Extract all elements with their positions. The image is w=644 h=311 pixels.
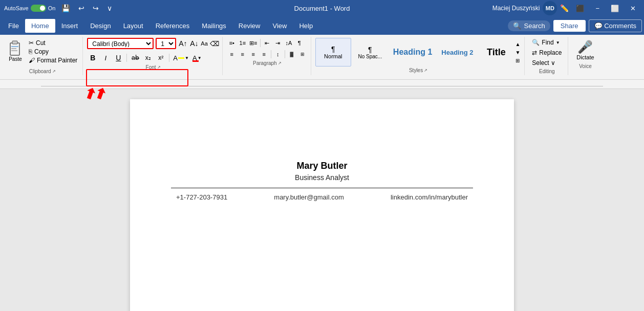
highlight-icon: A xyxy=(173,54,178,62)
paragraph-label: Paragraph ↗ xyxy=(253,59,282,66)
editing-label: Editing xyxy=(539,68,555,74)
menu-item-references[interactable]: References xyxy=(149,19,196,33)
sort-button[interactable]: ↕A xyxy=(284,38,294,48)
line-spacing-button[interactable]: ↕ xyxy=(273,49,283,59)
find-label: Find xyxy=(542,39,553,46)
styles-expand-icon[interactable]: ↗ xyxy=(424,68,427,73)
increase-indent-button[interactable]: ⇥ xyxy=(273,38,283,48)
font-size-selector[interactable]: 11 xyxy=(156,38,176,49)
font-color-button[interactable]: A ▼ xyxy=(191,53,203,63)
restore-button[interactable]: ⬜ xyxy=(607,4,623,13)
bold-button[interactable]: B xyxy=(87,52,98,63)
cut-button[interactable]: ✂ Cut xyxy=(27,39,79,47)
menu-item-layout[interactable]: Layout xyxy=(117,19,149,33)
format-painter-label: Format Painter xyxy=(37,57,77,64)
svg-rect-2 xyxy=(11,46,18,47)
subscript-button[interactable]: x₂ xyxy=(142,52,154,63)
share-button[interactable]: Share xyxy=(553,20,586,32)
shading-button[interactable]: ▓ xyxy=(287,49,297,59)
menu-item-mailings[interactable]: Mailings xyxy=(196,19,232,33)
style-normal[interactable]: ¶ Normal xyxy=(315,38,351,66)
menu-item-review[interactable]: Review xyxy=(232,19,267,33)
menu-bar: FileHomeInsertDesignLayoutReferencesMail… xyxy=(0,16,644,35)
styles-scroll-up[interactable]: ▲ xyxy=(514,40,521,48)
numbering-button[interactable]: 1≡ xyxy=(238,38,248,48)
superscript-button[interactable]: x² xyxy=(155,52,166,63)
comment-icon: 💬 xyxy=(594,22,603,30)
clipboard-actions: ✂ Cut ⎘ Copy 🖌 Format Painter xyxy=(27,38,79,64)
style-normal-preview: ¶ xyxy=(331,45,335,53)
underline-button[interactable]: U xyxy=(113,52,124,63)
menu-item-file[interactable]: File xyxy=(2,19,25,33)
increase-font-button[interactable]: A↑ xyxy=(178,39,187,48)
autosave-state: On xyxy=(48,5,56,11)
bullets-button[interactable]: ≡• xyxy=(227,38,237,48)
decrease-font-button[interactable]: A↓ xyxy=(189,39,199,48)
show-formatting-button[interactable]: ¶ xyxy=(294,38,305,48)
dictate-button[interactable]: 🎤 Dictate xyxy=(572,38,598,62)
voice-group: 🎤 Dictate Voice xyxy=(569,37,601,75)
format-painter-button[interactable]: 🖌 Format Painter xyxy=(27,56,79,64)
style-heading2[interactable]: Heading 2 xyxy=(437,38,477,66)
copy-button[interactable]: ⎘ Copy xyxy=(27,48,79,56)
user-initials: MD xyxy=(546,5,554,11)
font-name-selector[interactable]: Calibri (Body) xyxy=(87,38,154,49)
clipboard-label: Clipboard ↗ xyxy=(29,68,56,74)
undo-button[interactable]: ↩ xyxy=(76,3,87,13)
dictate-label: Dictate xyxy=(576,54,594,60)
styles-scroll-down[interactable]: ▼ xyxy=(514,49,521,56)
paste-button[interactable]: Paste xyxy=(5,38,26,63)
autosave-switch[interactable] xyxy=(31,5,46,12)
align-right-button[interactable]: ≡ xyxy=(248,49,259,59)
style-heading1[interactable]: Heading 1 xyxy=(389,38,436,66)
text-highlight-button[interactable]: A ▼ xyxy=(172,53,190,63)
replace-label: Replace xyxy=(539,49,562,56)
menu-item-help[interactable]: Help xyxy=(293,19,319,33)
font-color-dropdown-arrow[interactable]: ▼ xyxy=(198,56,202,60)
replace-button[interactable]: ⇄ Replace xyxy=(529,48,565,57)
align-left-button[interactable]: ≡ xyxy=(227,49,237,59)
font-expand-icon[interactable]: ↗ xyxy=(157,65,161,70)
more-button[interactable]: ∨ xyxy=(105,3,114,13)
borders-button[interactable]: ⊞ xyxy=(297,49,308,59)
find-dropdown-arrow[interactable]: ▼ xyxy=(556,40,560,45)
author-name: Mary Butler xyxy=(171,161,473,171)
multilevel-list-button[interactable]: ⊞≡ xyxy=(248,38,259,48)
highlight-dropdown-arrow[interactable]: ▼ xyxy=(185,56,189,60)
ribbon-toggle-button[interactable]: ⬛ xyxy=(572,4,588,13)
menu-item-view[interactable]: View xyxy=(266,19,293,33)
save-button[interactable]: 💾 xyxy=(59,3,72,13)
para-sep2 xyxy=(271,50,271,58)
menu-item-home[interactable]: Home xyxy=(25,19,55,33)
menu-item-design[interactable]: Design xyxy=(84,19,117,33)
find-button[interactable]: 🔍 Find ▼ xyxy=(529,38,565,47)
justify-button[interactable]: ≡ xyxy=(259,49,269,59)
align-center-button[interactable]: ≡ xyxy=(238,49,248,59)
copy-icon: ⎘ xyxy=(29,48,32,55)
styles-expand[interactable]: ⊞ xyxy=(514,57,521,64)
italic-button[interactable]: I xyxy=(100,52,111,63)
font-label: Font ↗ xyxy=(146,63,161,70)
paragraph-expand-icon[interactable]: ↗ xyxy=(278,61,282,65)
autosave-toggle[interactable]: AutoSave On xyxy=(4,5,55,12)
close-button[interactable]: ✕ xyxy=(626,4,640,13)
font-group: Calibri (Body) 11 A↑ A↓ Aa ⌫ B I U xyxy=(84,37,222,75)
style-title[interactable]: Title xyxy=(478,38,514,66)
styles-group-inner: ¶ Normal ¶ No Spac... Heading 1 Heading … xyxy=(315,38,522,66)
comments-button[interactable]: 💬 Comments xyxy=(589,19,642,32)
decrease-indent-button[interactable]: ⇤ xyxy=(262,38,272,48)
minimize-button[interactable]: − xyxy=(591,4,604,13)
style-no-spacing[interactable]: ¶ No Spac... xyxy=(352,38,388,66)
menu-item-insert[interactable]: Insert xyxy=(55,19,84,33)
redo-button[interactable]: ↪ xyxy=(91,3,101,13)
clipboard-expand-icon[interactable]: ↗ xyxy=(52,69,56,74)
cut-icon: ✂ xyxy=(29,39,34,47)
menu-items: FileHomeInsertDesignLayoutReferencesMail… xyxy=(2,19,319,33)
strikethrough-button[interactable]: ab̶ xyxy=(130,52,141,63)
select-button[interactable]: Select ∨ xyxy=(529,58,565,68)
search-box[interactable]: 🔍 Search xyxy=(508,20,550,31)
font-group-inner: Calibri (Body) 11 A↑ A↓ Aa ⌫ B I U xyxy=(87,38,219,63)
editing-group-inner: 🔍 Find ▼ ⇄ Replace Select ∨ xyxy=(529,38,565,68)
styles-group: ¶ Normal ¶ No Spac... Heading 1 Heading … xyxy=(312,37,525,75)
paste-label: Paste xyxy=(9,56,22,62)
